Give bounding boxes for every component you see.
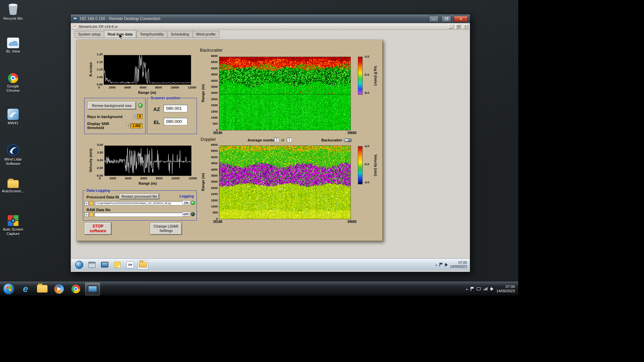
tick-label: 1.20 [97,53,103,56]
renew-background-button[interactable]: Renew background now [87,101,136,110]
app-icon [72,24,77,29]
app-minimize-button[interactable]: _ [448,24,453,29]
of-label: of [281,138,284,142]
tray-expand-icon[interactable]: ▴ [466,287,468,291]
desktop-icon-recycle-bin[interactable]: Recycle Bin [1,3,25,21]
rays-value-field[interactable]: 8 [137,114,143,119]
processed-path-field[interactable]: C:\Lidar\Data\Proc\2023\202309\20230914\… [94,201,184,205]
taskbar-clock[interactable]: 07:00 14/09/2023 [496,285,515,293]
action-center-flag-icon[interactable] [439,263,442,266]
tick-label: 5.00 [97,143,103,146]
stop-software-button[interactable]: STOP software [84,222,112,235]
taskbar-media-player-button[interactable] [52,283,66,295]
app-restore-button[interactable] [455,24,461,29]
desktop-icon-wind-lidar[interactable]: Wind Lidar Software [1,144,25,166]
remote-clock[interactable]: 07:00 14/09/2023 [450,261,467,269]
folder-icon [37,285,48,293]
taskbar-explorer-button[interactable] [35,283,50,295]
tick-label: 4000 [125,177,131,180]
ascope-plot [104,55,191,85]
renew-led-indicator [138,103,143,108]
rdp-minimize-button[interactable]: — [429,16,439,22]
rdp-restore-button[interactable] [441,16,451,22]
az-value-field[interactable]: 090.001 [163,105,187,112]
el-value-field[interactable]: 090.000 [163,118,187,125]
volume-icon[interactable] [445,264,446,266]
browse-folder-icon[interactable] [89,201,94,205]
remote-taskbar-notes-button[interactable] [112,260,123,269]
change-button-line1: Change LiDAR [154,224,178,229]
restore-icon [445,18,448,20]
tray-expand-icon[interactable]: ▴ [435,263,437,266]
raw-logging-toggle[interactable]: OFF [182,212,195,216]
network-icon[interactable] [484,287,487,290]
rdp-close-button[interactable]: × [454,16,468,22]
raw-path-field[interactable] [94,213,184,217]
spinner-down-icon[interactable]: ▼ [133,117,137,119]
browse-folder-icon[interactable] [89,213,94,217]
tab-wind-profile[interactable]: Wind profile [193,31,219,38]
app-titlebar[interactable]: StreamLine XR v14-6.vi _ × [71,23,470,30]
backscatter-toggle-switch[interactable] [344,138,352,142]
desktop-icon-label: Auto Screen Capture [1,227,25,236]
drive-icon: C [85,213,89,217]
processed-logging-toggle[interactable]: ON [182,200,195,205]
remote-taskbar-browser-button[interactable] [74,260,85,269]
backscatter-x-start-label: 39186 [213,131,222,135]
rdp-titlebar[interactable]: 192.168.0.150 - Remote Desktop Connectio… [71,14,470,23]
system-tray: ▴ 07:00 14/09/2023 [466,285,518,293]
tick-label: 1.05 [97,76,103,79]
average-number-field[interactable]: 1 [274,137,279,142]
desktop-icon-bl-view[interactable]: BL-View [1,38,25,54]
start-button[interactable] [1,283,16,295]
taskbar-ie-button[interactable]: e [18,283,33,295]
remote-taskbar-app-button[interactable] [87,260,97,269]
desktop-icon-autoscreen[interactable]: AutoScreen... [1,180,25,193]
snr-value-field[interactable]: 1.002 [130,123,143,128]
taskbar-chrome-button[interactable] [68,283,83,295]
volume-icon[interactable] [490,288,491,290]
average-number-label: Average number [248,138,276,142]
display-icon[interactable] [477,287,481,290]
desktop-icon-label: MW41 [8,121,18,125]
colorbar-tick-label: -4.0 [364,181,369,184]
spinner-down-icon[interactable]: ▼ [126,126,130,128]
tick-label: 0.00 [97,159,103,162]
velocity-plot [104,145,192,176]
tick-label: 2500 [211,187,218,190]
remote-taskbar-folder-button[interactable] [138,260,148,269]
tab-temp-humidity[interactable]: Temp/humidity [136,31,167,38]
taskbar-rdp-button[interactable] [85,283,100,295]
desktop-icon-auto-screen-capture[interactable]: Auto Screen Capture [1,215,25,236]
tab-system-setup[interactable]: System setup [74,31,104,38]
remote-taskbar-xr-button[interactable]: XR [125,260,136,269]
xr-app-icon: XR [126,261,134,268]
colorbar-tick-label: -3.0 [364,55,369,58]
background-group: Renew background now Rays in background … [84,98,146,134]
action-center-flag-icon[interactable] [471,287,474,291]
desktop-icon-mw41[interactable]: MW41 [1,109,25,125]
desktop-icon-google-chrome[interactable]: Google Chrome [1,73,25,93]
average-count-field[interactable]: 1 [287,137,292,142]
change-lidar-settings-button[interactable]: Change LiDAR Settings [150,222,182,235]
restart-processed-file-button[interactable]: Restart processed file [119,193,159,199]
desktop-icon-label: BL-View [6,49,20,54]
tick-label: 1500 [211,199,218,202]
tick-label: 6000 [140,86,146,89]
drive-icon: C [85,201,89,205]
backscatter-colorbar-label: log B (/m/sr) [373,57,377,95]
rays-spinner[interactable]: ▲▼ [133,114,137,119]
tab-scheduling[interactable]: Scheduling [167,31,192,38]
tick-label: 6000 [211,55,218,58]
app-close-button[interactable]: × [463,24,468,29]
remote-taskbar-monitor-button[interactable] [99,260,110,269]
spinner-up-icon[interactable]: ▲ [133,114,137,116]
tick-label: 3500 [211,85,218,88]
backscatter-x-end-label: 39685 [342,131,357,135]
tick-label: 6000 [140,177,147,180]
chrome-icon [71,285,80,293]
remote-desktop-icon [88,285,98,293]
processed-logging-led [191,201,195,205]
snr-spinner[interactable]: ▲▼ [126,123,130,128]
spinner-up-icon[interactable]: ▲ [126,123,130,126]
